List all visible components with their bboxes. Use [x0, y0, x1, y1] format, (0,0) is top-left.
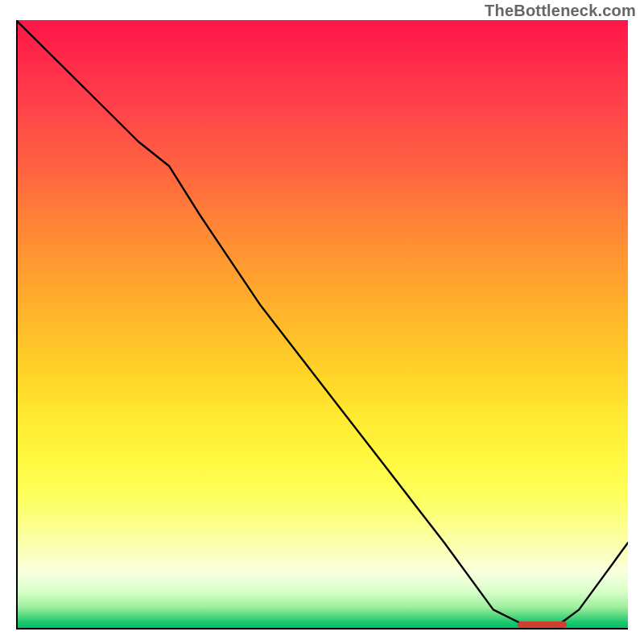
y-axis	[16, 20, 18, 628]
chart-container: TheBottleneck.com	[0, 0, 644, 644]
optimal-range-marker	[518, 621, 567, 628]
curve-path	[16, 20, 628, 628]
x-axis	[16, 628, 628, 630]
watermark-text: TheBottleneck.com	[485, 2, 636, 20]
bottleneck-line-series	[16, 20, 628, 628]
